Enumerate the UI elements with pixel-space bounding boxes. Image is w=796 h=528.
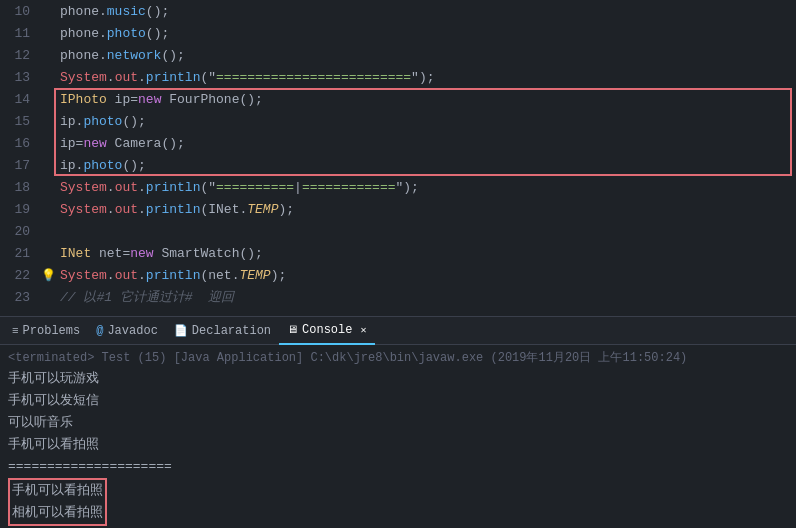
problems-label: Problems	[23, 324, 81, 338]
line-content: phone.photo();	[56, 26, 796, 41]
code-line-12: 12 phone.network();	[0, 44, 796, 66]
bulb-icon: 💡	[41, 268, 56, 283]
line-number: 23	[0, 290, 40, 305]
javadoc-label: Javadoc	[107, 324, 157, 338]
line-content: System.out.println(net.TEMP);	[56, 268, 796, 283]
bottom-panel: ≡ Problems @ Javadoc 📄 Declaration 🖥 Con…	[0, 316, 796, 528]
line-content: INet net=new SmartWatch();	[56, 246, 796, 261]
code-line-17: 17 ip.photo();	[0, 154, 796, 176]
code-lines: 10 phone.music(); 11 phone.photo(); 12 p…	[0, 0, 796, 316]
line-content: // 以#1 它计通过计# 迎回	[56, 288, 796, 306]
code-line-13: 13 System.out.println("=================…	[0, 66, 796, 88]
line-content: phone.network();	[56, 48, 796, 63]
console-line-2: 手机可以发短信	[8, 390, 788, 412]
tab-console[interactable]: 🖥 Console ✕	[279, 317, 374, 345]
declaration-icon: 📄	[174, 324, 188, 337]
console-line-3: 可以听音乐	[8, 412, 788, 434]
code-line-10: 10 phone.music();	[0, 0, 796, 22]
code-line-11: 11 phone.photo();	[0, 22, 796, 44]
line-number: 12	[0, 48, 40, 63]
line-content: ip=new Camera();	[56, 136, 796, 151]
line-number: 20	[0, 224, 40, 239]
line-number: 11	[0, 26, 40, 41]
code-line-22: 22 💡 System.out.println(net.TEMP);	[0, 264, 796, 286]
declaration-label: Declaration	[192, 324, 271, 338]
console-line-7: 相机可以看拍照	[12, 502, 103, 524]
line-content: phone.music();	[56, 4, 796, 19]
console-header: <terminated> Test (15) [Java Application…	[8, 347, 788, 368]
line-content: System.out.println("====================…	[56, 70, 796, 85]
problems-icon: ≡	[12, 325, 19, 337]
javadoc-icon: @	[96, 324, 103, 338]
tab-declaration[interactable]: 📄 Declaration	[166, 317, 279, 345]
code-line-16: 16 ip=new Camera();	[0, 132, 796, 154]
editor-area: 10 phone.music(); 11 phone.photo(); 12 p…	[0, 0, 796, 316]
console-icon: 🖥	[287, 323, 298, 336]
line-number: 17	[0, 158, 40, 173]
line-content: System.out.println(INet.TEMP);	[56, 202, 796, 217]
line-content: ip.photo();	[56, 114, 796, 129]
line-content: System.out.println("==========|=========…	[56, 180, 796, 195]
line-number: 14	[0, 92, 40, 107]
line-number: 15	[0, 114, 40, 129]
line-number: 10	[0, 4, 40, 19]
line-number: 16	[0, 136, 40, 151]
line-content: ip.photo();	[56, 158, 796, 173]
code-line-19: 19 System.out.println(INet.TEMP);	[0, 198, 796, 220]
separator-line: =====================	[8, 456, 788, 478]
code-line-18: 18 System.out.println("==========|======…	[0, 176, 796, 198]
console-line-1: 手机可以玩游戏	[8, 368, 788, 390]
code-line-21: 21 INet net=new SmartWatch();	[0, 242, 796, 264]
highlighted-console-block: 手机可以看拍照 相机可以看拍照	[8, 478, 107, 526]
line-content: IPhoto ip=new FourPhone();	[56, 92, 796, 107]
line-number: 13	[0, 70, 40, 85]
line-gutter: 💡	[40, 268, 56, 283]
tab-problems[interactable]: ≡ Problems	[4, 317, 88, 345]
line-number: 21	[0, 246, 40, 261]
console-line-4: 手机可以看拍照	[8, 434, 788, 456]
tab-javadoc[interactable]: @ Javadoc	[88, 317, 166, 345]
code-line-23: 23 // 以#1 它计通过计# 迎回	[0, 286, 796, 308]
console-line-6: 手机可以看拍照	[12, 480, 103, 502]
line-number: 18	[0, 180, 40, 195]
console-label: Console	[302, 323, 352, 337]
console-content: <terminated> Test (15) [Java Application…	[0, 345, 796, 528]
line-number: 19	[0, 202, 40, 217]
code-line-14: 14 IPhoto ip=new FourPhone();	[0, 88, 796, 110]
line-number: 22	[0, 268, 40, 283]
code-line-15: 15 ip.photo();	[0, 110, 796, 132]
console-close-icon[interactable]: ✕	[360, 324, 366, 336]
code-line-20: 20	[0, 220, 796, 242]
tab-bar: ≡ Problems @ Javadoc 📄 Declaration 🖥 Con…	[0, 317, 796, 345]
